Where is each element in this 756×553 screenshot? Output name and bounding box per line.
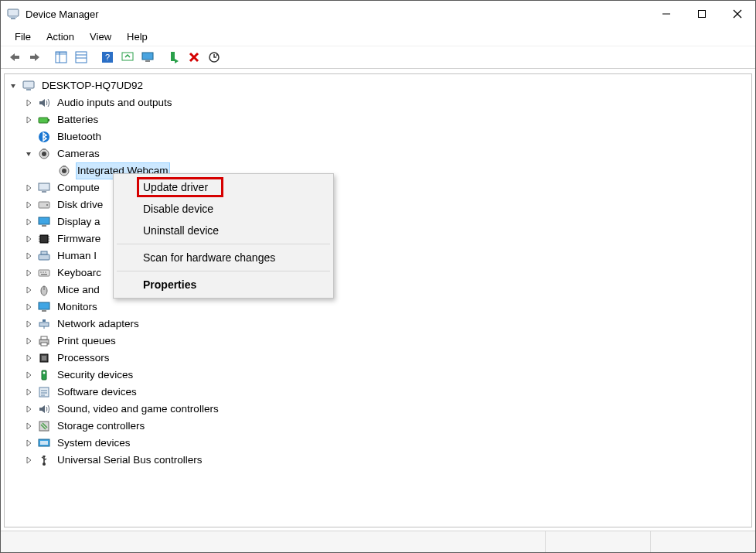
svg-rect-50 [39, 270, 49, 276]
tree-node[interactable]: Sound, video and game controllers [6, 401, 750, 418]
chevron-right-icon[interactable] [23, 217, 34, 227]
tree-node[interactable]: Audio inputs and outputs [6, 94, 750, 111]
chevron-right-icon[interactable] [23, 268, 34, 278]
tree-node[interactable]: Bluetooth [6, 128, 750, 145]
menu-file[interactable]: File [7, 29, 39, 44]
svg-rect-70 [39, 422, 49, 431]
system-icon [37, 436, 51, 450]
svg-rect-36 [42, 191, 46, 193]
toolbar: ? [1, 46, 755, 69]
monitor-button[interactable] [138, 48, 157, 67]
chevron-right-icon[interactable] [23, 353, 34, 364]
tree-node[interactable]: Print queues [6, 333, 750, 350]
update-driver-button[interactable] [118, 48, 137, 67]
maximize-button[interactable] [684, 2, 720, 26]
svg-point-38 [46, 204, 48, 206]
tree-node-label: Display a [56, 213, 102, 230]
chip-icon [37, 232, 51, 246]
tree-node-label: Bluetooth [56, 128, 103, 145]
chevron-right-icon[interactable] [23, 404, 34, 415]
chevron-right-icon[interactable] [23, 438, 34, 449]
tree-node[interactable]: System devices [6, 435, 750, 452]
root-label: DESKTOP-HQ7UD92 [40, 77, 145, 94]
chevron-right-icon[interactable] [23, 200, 34, 210]
device-tree[interactable]: DESKTOP-HQ7UD92 Audio inputs and outputs… [4, 73, 752, 527]
tree-node[interactable]: Monitors [6, 299, 750, 316]
svg-rect-7 [14, 56, 19, 59]
chevron-right-icon[interactable] [23, 114, 34, 125]
svg-rect-59 [39, 323, 49, 326]
back-button[interactable] [5, 48, 24, 67]
tree-node[interactable]: Batteries [6, 111, 750, 128]
cpu-icon [37, 351, 51, 365]
menu-action[interactable]: Action [39, 29, 82, 44]
tree-node[interactable]: Universal Serial Bus controllers [6, 452, 750, 469]
scan-button[interactable] [205, 48, 223, 67]
printer-icon [37, 334, 51, 348]
statusbar [1, 531, 755, 552]
svg-rect-18 [142, 53, 153, 60]
chevron-right-icon[interactable] [23, 302, 34, 312]
detail-view-button[interactable] [52, 48, 70, 67]
chevron-right-icon[interactable] [23, 421, 34, 432]
tree-node[interactable]: Storage controllers [6, 418, 750, 435]
chevron-right-icon[interactable] [23, 319, 34, 329]
tree-node-label: Human I [56, 247, 98, 265]
svg-rect-74 [43, 456, 46, 457]
chevron-down-icon[interactable] [23, 148, 34, 159]
chevron-right-icon[interactable] [23, 183, 34, 193]
menu-help[interactable]: Help [119, 29, 155, 44]
list-view-button[interactable] [72, 48, 90, 67]
camera-icon [57, 164, 71, 178]
forward-button[interactable] [26, 48, 44, 67]
chevron-right-icon[interactable] [23, 285, 34, 295]
tree-node[interactable]: Security devices [6, 367, 750, 384]
close-button[interactable] [720, 2, 755, 26]
remove-button[interactable] [185, 48, 203, 67]
display-icon [37, 215, 51, 229]
spacer [23, 131, 34, 142]
tree-node-label: Sound, video and game controllers [56, 401, 220, 418]
disk-icon [37, 198, 51, 212]
context-menu-item[interactable]: Scan for hardware changes [115, 247, 332, 268]
svg-rect-26 [39, 118, 48, 123]
svg-rect-72 [40, 441, 48, 445]
svg-rect-39 [39, 217, 49, 224]
svg-rect-63 [41, 336, 47, 340]
context-menu-item[interactable]: Properties [115, 274, 332, 295]
tree-node[interactable]: Cameras [6, 145, 750, 162]
tree-node-label: Compute [56, 179, 101, 196]
chevron-right-icon[interactable] [23, 251, 34, 261]
tree-node-label: Cameras [56, 145, 101, 162]
svg-rect-2 [9, 16, 17, 18]
window-buttons [649, 2, 755, 26]
minimize-button[interactable] [649, 2, 684, 26]
computer-icon [37, 181, 51, 195]
tree-node[interactable]: Network adapters [6, 316, 750, 333]
chevron-down-icon[interactable] [8, 80, 19, 91]
tree-node-label: Processors [56, 350, 111, 367]
context-menu-item[interactable]: Uninstall device [115, 220, 332, 241]
context-menu-item[interactable]: Update driver [115, 176, 332, 198]
tree-node[interactable]: Software devices [6, 384, 750, 401]
chevron-right-icon[interactable] [23, 370, 34, 381]
chevron-right-icon[interactable] [23, 387, 34, 398]
network-icon [37, 317, 51, 331]
tree-node[interactable]: Processors [6, 350, 750, 367]
chevron-right-icon[interactable] [23, 336, 34, 346]
help-button[interactable]: ? [98, 48, 117, 67]
software-icon [37, 385, 51, 399]
chevron-right-icon[interactable] [23, 455, 34, 466]
svg-rect-41 [40, 235, 48, 243]
root-node[interactable]: DESKTOP-HQ7UD92 [6, 77, 750, 94]
svg-rect-1 [11, 18, 15, 19]
storage-icon [37, 419, 51, 433]
svg-rect-8 [30, 56, 36, 59]
spacer [43, 166, 54, 176]
enable-button[interactable] [165, 48, 183, 67]
context-menu-item[interactable]: Disable device [115, 198, 332, 220]
menu-view[interactable]: View [82, 29, 119, 44]
chevron-right-icon[interactable] [23, 234, 34, 244]
chevron-right-icon[interactable] [23, 97, 34, 108]
svg-rect-27 [48, 119, 49, 121]
